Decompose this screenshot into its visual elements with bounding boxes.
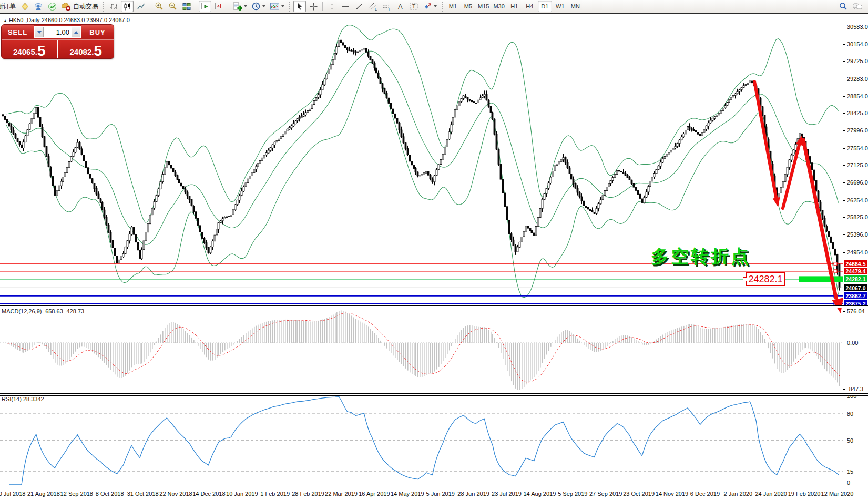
templates-caret-icon: [281, 5, 284, 7]
chart-window[interactable]: ▲HK50-,Daily 24660.0 24683.0 23997.0 240…: [0, 15, 868, 500]
time-axis-label: 1 Feb 2019: [260, 491, 290, 497]
periods-button[interactable]: [250, 1, 267, 12]
highlight-zone[interactable]: [799, 276, 843, 282]
time-axis-label: 10 Jan 2019: [226, 491, 258, 497]
buy-button[interactable]: BUY: [81, 25, 114, 39]
rsi-axis-label: 80: [843, 411, 853, 417]
price-axis-label: 27554.0: [843, 145, 868, 151]
zoom-in-button[interactable]: [153, 1, 166, 12]
line-chart-button[interactable]: [135, 1, 147, 12]
buy-price-int: 24082: [70, 46, 92, 58]
rsi-axis-label: 0: [843, 479, 850, 486]
price-axis-label: 30154.0: [843, 41, 868, 47]
time-axis-label: 19 Feb 2020: [788, 491, 821, 497]
zoom-out-button[interactable]: [167, 1, 179, 12]
sell-price[interactable]: 24065.5: [2, 40, 58, 58]
volume-decrease-button[interactable]: [35, 27, 44, 37]
svg-text:F: F: [389, 7, 391, 11]
autoscroll-button[interactable]: [199, 1, 211, 12]
volume-increase-button[interactable]: [72, 27, 80, 37]
macd-label: MACD(12,26,9) -658.63 -428.73: [2, 308, 84, 314]
timeframe-m1[interactable]: M1: [446, 1, 460, 12]
equidistant-channel-button[interactable]: E: [366, 1, 379, 12]
tile-windows-button[interactable]: [180, 1, 193, 12]
sell-button[interactable]: SELL: [2, 25, 34, 39]
price-axis-label: 29725.0: [843, 58, 868, 64]
autotrading-button[interactable]: 自动交易: [59, 1, 100, 12]
chart-shift-button[interactable]: [212, 1, 225, 12]
cursor-button[interactable]: [293, 1, 306, 12]
pane-separator[interactable]: [0, 393, 868, 396]
toolbar-grip[interactable]: [441, 1, 444, 12]
chart-annotation-text[interactable]: 多空转折点: [651, 244, 751, 269]
timeframe-bar: M1M5M15M30H1H4D1W1MN: [445, 1, 583, 12]
symbol-marker-icon: ▲: [3, 18, 7, 23]
new-order-button[interactable]: 新订单: [0, 1, 17, 12]
toolbar-grip[interactable]: [102, 1, 105, 12]
templates-button[interactable]: [268, 1, 286, 12]
fibonacci-button[interactable]: F: [380, 1, 393, 12]
price-level-chip: 24479.4: [844, 268, 867, 274]
text-label-button[interactable]: T: [407, 1, 420, 12]
price-axis-label: 26254.0: [843, 197, 868, 203]
buy-price[interactable]: 24082.5: [58, 40, 114, 58]
timeframe-w1[interactable]: W1: [553, 1, 567, 12]
price-axis-label: 30583.0: [843, 24, 868, 30]
trendline-icon: [355, 2, 364, 11]
equidistant-channel-icon: E: [368, 2, 377, 11]
autotrading-label: 自动交易: [73, 2, 98, 11]
candlestick-chart-button[interactable]: [121, 1, 134, 12]
price-axis-label: 25825.0: [843, 214, 868, 220]
timeframe-m5[interactable]: M5: [461, 1, 475, 12]
signals-button[interactable]: [46, 1, 58, 12]
timeframe-h1[interactable]: H1: [507, 1, 522, 12]
periods-icon: [251, 2, 261, 11]
time-axis-label: 28 Feb 2019: [292, 491, 324, 497]
arrows-button[interactable]: [421, 1, 438, 12]
rsi-label: RSI(14) 28.3342: [2, 396, 44, 402]
time-axis-label: 31 Oct 2018: [127, 491, 159, 497]
crosshair-button[interactable]: [307, 1, 320, 12]
toolbar-grip[interactable]: [288, 1, 291, 12]
time-axis[interactable]: 30 Jul 201821 Aug 201812 Sep 20188 Oct 2…: [0, 488, 868, 500]
metaeditor-icon: [21, 2, 29, 11]
trendline-button[interactable]: [353, 1, 365, 12]
text-button[interactable]: A: [394, 1, 406, 12]
price-axis-label: 24954.0: [843, 249, 868, 256]
timeframe-d1[interactable]: D1: [538, 1, 552, 12]
rsi-axis-label: 15: [843, 468, 853, 475]
chat-button[interactable]: [851, 1, 864, 12]
autotrading-icon: [61, 2, 72, 11]
community-button[interactable]: [32, 1, 45, 12]
indicators-icon: [232, 2, 242, 11]
triangle-up-icon: [74, 31, 78, 34]
price-level-callout[interactable]: 24282.1: [746, 272, 785, 286]
time-axis-label: 14 Aug 2019: [523, 491, 556, 497]
search-button[interactable]: [837, 1, 850, 12]
price-level-chip: 23862.7: [844, 292, 867, 299]
time-axis-label: 23 Jul 2019: [492, 491, 522, 497]
bar-chart-icon: [109, 2, 118, 11]
price-axis-label: 28425.0: [843, 110, 868, 116]
line-drag-handle[interactable]: [834, 270, 837, 273]
indicators-button[interactable]: [231, 1, 249, 12]
timeframe-m30[interactable]: M30: [492, 1, 506, 12]
timeframe-mn[interactable]: MN: [568, 1, 583, 12]
line-drag-handle[interactable]: [834, 262, 837, 266]
macd-axis-label: -847.3: [843, 386, 863, 392]
metaeditor-button[interactable]: [18, 1, 31, 12]
callout-drag-handle[interactable]: [743, 277, 747, 281]
horizontal-line-button[interactable]: [339, 1, 352, 12]
pane-separator[interactable]: [0, 305, 868, 308]
time-axis-label: 5 Sep 2019: [558, 491, 587, 497]
timeframe-m15[interactable]: M15: [476, 1, 491, 12]
time-axis-label: 2 Jan 2020: [724, 491, 752, 497]
price-axis-label: 26696.0: [843, 179, 868, 186]
vertical-line-button[interactable]: [325, 1, 338, 12]
buy-price-frac: 5: [94, 44, 102, 58]
bar-chart-button[interactable]: [107, 1, 120, 12]
timeframe-h4[interactable]: H4: [523, 1, 537, 12]
price-axis[interactable]: 30583.030154.029725.029283.028854.028425…: [843, 15, 868, 488]
volume-input[interactable]: [44, 26, 71, 38]
svg-text:A: A: [398, 3, 403, 11]
